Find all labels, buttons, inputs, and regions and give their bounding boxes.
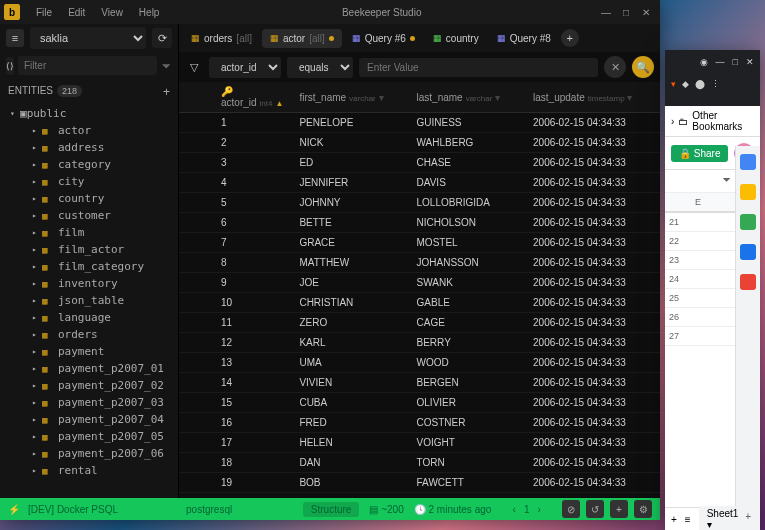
entity-tree[interactable]: ▾ ▣ public ▸▦actor▸▦address▸▦category▸▦c… — [0, 105, 178, 498]
structure-button[interactable]: Structure — [303, 502, 360, 517]
refresh-button[interactable]: ⟳ — [152, 28, 172, 48]
share-button[interactable]: 🔒 Share — [671, 145, 728, 162]
close-button[interactable]: ✕ — [636, 7, 656, 18]
profile-icon[interactable]: ⬤ — [695, 79, 705, 89]
table-row[interactable]: 1PENELOPEGUINESS2006-02-15 04:34:33 — [179, 113, 660, 133]
table-row[interactable]: 12KARLBERRY2006-02-15 04:34:33 — [179, 333, 660, 353]
calendar-icon[interactable] — [740, 154, 756, 170]
col-last_update[interactable]: last_updatetimestamp ▾ — [525, 82, 660, 113]
table-row[interactable]: 3EDCHASE2006-02-15 04:34:33 — [179, 153, 660, 173]
table-payment_p2007_02[interactable]: ▸▦payment_p2007_02 — [0, 377, 178, 394]
filter-operator-select[interactable]: equals — [287, 57, 353, 78]
keep-icon[interactable] — [740, 184, 756, 200]
table-row[interactable]: 13UMAWOOD2006-02-15 04:34:33 — [179, 353, 660, 373]
table-category[interactable]: ▸▦category — [0, 156, 178, 173]
table-row[interactable]: 6BETTENICHOLSON2006-02-15 04:34:33 — [179, 213, 660, 233]
tasks-icon[interactable] — [740, 214, 756, 230]
titlebar[interactable]: b FileEditViewHelp Beekeeper Studio — □ … — [0, 0, 660, 24]
table-row[interactable]: 4JENNIFERDAVIS2006-02-15 04:34:33 — [179, 173, 660, 193]
spreadsheet-row[interactable]: 26 — [665, 308, 736, 327]
browser-maximize-button[interactable]: □ — [733, 57, 738, 67]
all-sheets-button[interactable]: ≡ — [685, 514, 691, 525]
table-inventory[interactable]: ▸▦inventory — [0, 275, 178, 292]
database-select[interactable]: saklia — [30, 27, 146, 49]
table-row[interactable]: 19BOBFAWCETT2006-02-15 04:34:33 — [179, 473, 660, 493]
table-customer[interactable]: ▸▦customer — [0, 207, 178, 224]
table-orders[interactable]: ▸▦orders — [0, 326, 178, 343]
table-row[interactable]: 8MATTHEWJOHANSSON2006-02-15 04:34:33 — [179, 253, 660, 273]
table-row[interactable]: 14VIVIENBERGEN2006-02-15 04:34:33 — [179, 373, 660, 393]
menu-icon[interactable]: ⋮ — [711, 79, 720, 89]
filter-apply-button[interactable]: 🔍 — [632, 56, 654, 78]
table-payment_p2007_01[interactable]: ▸▦payment_p2007_01 — [0, 360, 178, 377]
sidebar-filter-input[interactable] — [18, 56, 157, 75]
spreadsheet-row[interactable]: 23 — [665, 251, 736, 270]
pending-changes-button[interactable]: ⊘ — [562, 500, 580, 518]
table-language[interactable]: ▸▦language — [0, 309, 178, 326]
page-next-button[interactable]: › — [537, 504, 540, 515]
browser-close-button[interactable]: ✕ — [746, 57, 754, 67]
filter-toggle-icon[interactable]: ▽ — [185, 58, 203, 76]
menu-view[interactable]: View — [93, 7, 131, 18]
contacts-icon[interactable] — [740, 244, 756, 260]
col-actor_id[interactable]: 🔑actor_idint4▲ — [213, 82, 291, 113]
spreadsheet-row[interactable]: 21 — [665, 213, 736, 232]
spreadsheet-row[interactable]: 27 — [665, 327, 736, 346]
col-last_name[interactable]: last_namevarchar ▾ — [409, 82, 525, 113]
filter-clear-button[interactable]: ✕ — [604, 56, 626, 78]
page-prev-button[interactable]: ‹ — [513, 504, 516, 515]
table-json_table[interactable]: ▸▦json_table — [0, 292, 178, 309]
table-address[interactable]: ▸▦address — [0, 139, 178, 156]
table-row[interactable]: 10CHRISTIANGABLE2006-02-15 04:34:33 — [179, 293, 660, 313]
maps-icon[interactable] — [740, 274, 756, 290]
collapse-button[interactable]: ⟨⟩ — [6, 57, 14, 75]
data-grid[interactable]: 🔑actor_idint4▲first_namevarchar ▾last_na… — [179, 82, 660, 498]
spreadsheet[interactable]: E 21222324252627 — [665, 193, 736, 530]
browser-minimize-button[interactable]: — — [716, 57, 725, 67]
spreadsheet-row[interactable]: 24 — [665, 270, 736, 289]
table-row[interactable]: 7GRACEMOSTEL2006-02-15 04:34:33 — [179, 233, 660, 253]
table-payment_p2007_03[interactable]: ▸▦payment_p2007_03 — [0, 394, 178, 411]
ext-shield-icon[interactable]: ◆ — [682, 79, 689, 89]
table-payment[interactable]: ▸▦payment — [0, 343, 178, 360]
add-row-button[interactable]: + — [610, 500, 628, 518]
spreadsheet-row[interactable]: 25 — [665, 289, 736, 308]
table-payment_p2007_04[interactable]: ▸▦payment_p2007_04 — [0, 411, 178, 428]
tab-query-8[interactable]: ▦Query #8 — [489, 29, 559, 48]
table-row[interactable]: 16FREDCOSTNER2006-02-15 04:34:33 — [179, 413, 660, 433]
table-row[interactable]: 18DANTORN2006-02-15 04:34:33 — [179, 453, 660, 473]
spreadsheet-row[interactable]: 22 — [665, 232, 736, 251]
minimize-button[interactable]: — — [596, 7, 616, 18]
filter-column-select[interactable]: actor_id — [209, 57, 281, 78]
table-film_category[interactable]: ▸▦film_category — [0, 258, 178, 275]
maximize-button[interactable]: □ — [616, 7, 636, 18]
table-row[interactable]: 17HELENVOIGHT2006-02-15 04:34:33 — [179, 433, 660, 453]
table-row[interactable]: 2NICKWAHLBERG2006-02-15 04:34:33 — [179, 133, 660, 153]
tab-orders[interactable]: ▦orders[all] — [183, 29, 260, 48]
table-film[interactable]: ▸▦film — [0, 224, 178, 241]
table-row[interactable]: 15CUBAOLIVIER2006-02-15 04:34:33 — [179, 393, 660, 413]
dropdown-icon[interactable]: ⏷ — [720, 174, 734, 188]
bookmarks-bar[interactable]: › 🗀 Other Bookmarks — [665, 106, 760, 137]
filter-clear-icon[interactable]: ⏷ — [161, 60, 172, 72]
page-number[interactable]: 1 — [524, 504, 530, 515]
settings-button[interactable]: ⚙ — [634, 500, 652, 518]
sheet-tab[interactable]: Sheet1 ▾ — [699, 506, 747, 530]
table-film_actor[interactable]: ▸▦film_actor — [0, 241, 178, 258]
tab-actor[interactable]: ▦actor[all] — [262, 29, 342, 48]
col-first_name[interactable]: first_namevarchar ▾ — [291, 82, 408, 113]
new-tab-button[interactable]: + — [561, 29, 579, 47]
table-row[interactable]: 9JOESWANK2006-02-15 04:34:33 — [179, 273, 660, 293]
table-payment_p2007_05[interactable]: ▸▦payment_p2007_05 — [0, 428, 178, 445]
connection-name[interactable]: [DEV] Docker PSQL — [28, 504, 118, 515]
schema-node[interactable]: ▾ ▣ public — [0, 105, 178, 122]
filter-value-input[interactable] — [359, 58, 598, 77]
table-payment_p2007_06[interactable]: ▸▦payment_p2007_06 — [0, 445, 178, 462]
menu-file[interactable]: File — [28, 7, 60, 18]
table-row[interactable]: 5JOHNNYLOLLOBRIGIDA2006-02-15 04:34:33 — [179, 193, 660, 213]
menu-edit[interactable]: Edit — [60, 7, 93, 18]
brave-icon[interactable]: ▾ — [671, 79, 676, 89]
table-city[interactable]: ▸▦city — [0, 173, 178, 190]
table-country[interactable]: ▸▦country — [0, 190, 178, 207]
add-sheet-button[interactable]: + — [671, 514, 677, 525]
